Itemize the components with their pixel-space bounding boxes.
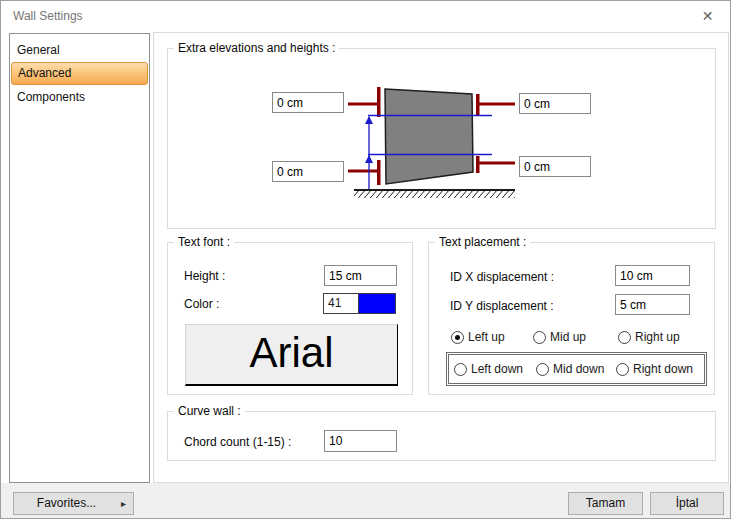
group-curve-wall: Curve wall : Chord count (1-15) : xyxy=(167,411,716,461)
chord-count-label: Chord count (1-15) : xyxy=(184,435,291,449)
radio-left-up-circle[interactable] xyxy=(451,331,464,344)
radio-mid-down-label: Mid down xyxy=(553,362,604,376)
color-label: Color : xyxy=(184,297,219,311)
wall-shape xyxy=(385,89,473,184)
category-list: General Advanced Components xyxy=(9,33,150,483)
favorites-label: Favorites... xyxy=(37,496,96,510)
radio-left-down-circle[interactable] xyxy=(454,363,467,376)
radio-left-down-label: Left down xyxy=(471,362,523,376)
elevation-bottom-left-input[interactable] xyxy=(272,161,344,182)
color-picker[interactable]: 41 xyxy=(323,293,396,314)
radio-right-up-circle[interactable] xyxy=(618,331,631,344)
group-text-placement-title: Text placement : xyxy=(435,235,530,249)
id-x-input[interactable] xyxy=(615,265,690,286)
favorites-arrow-icon: ▸ xyxy=(121,493,126,514)
id-y-input[interactable] xyxy=(615,294,690,315)
font-height-input[interactable] xyxy=(324,265,397,286)
group-text-placement: Text placement : ID X displacement : ID … xyxy=(428,242,715,395)
favorites-button[interactable]: Favorites... ▸ xyxy=(13,492,134,515)
radio-mid-up-label: Mid up xyxy=(550,330,586,344)
radio-right-down-circle[interactable] xyxy=(616,363,629,376)
group-text-font: Text font : Height : Color : 41 Arial xyxy=(167,242,413,395)
radio-right-up[interactable]: Right up xyxy=(618,330,680,344)
window-title: Wall Settings xyxy=(13,9,83,23)
ground-hatch xyxy=(354,191,515,198)
radio-mid-up-circle[interactable] xyxy=(533,331,546,344)
radio-right-down[interactable]: Right down xyxy=(616,362,693,376)
title-bar: Wall Settings ✕ xyxy=(1,1,730,32)
radio-mid-up[interactable]: Mid up xyxy=(533,330,586,344)
radio-right-up-label: Right up xyxy=(635,330,680,344)
sidebar-item-advanced[interactable]: Advanced xyxy=(11,62,148,85)
radio-mid-down-circle[interactable] xyxy=(536,363,549,376)
group-extra-elevations: Extra elevations and heights : xyxy=(167,48,716,229)
radio-left-up-label: Left up xyxy=(468,330,505,344)
footer-bar: Favorites... ▸ Tamam İptal xyxy=(1,483,730,519)
radio-down-frame: Left down Mid down Right down xyxy=(446,352,707,386)
elevation-top-right-input[interactable] xyxy=(519,93,591,114)
radio-mid-down[interactable]: Mid down xyxy=(536,362,604,376)
wall-diagram xyxy=(168,49,715,228)
radio-left-up[interactable]: Left up xyxy=(451,330,505,344)
id-x-label: ID X displacement : xyxy=(450,270,554,284)
height-label: Height : xyxy=(184,269,225,283)
ground-line xyxy=(354,189,515,191)
close-icon[interactable]: ✕ xyxy=(685,1,730,31)
elevation-bottom-right-input[interactable] xyxy=(519,156,591,177)
group-text-font-title: Text font : xyxy=(174,235,234,249)
sidebar-item-components[interactable]: Components xyxy=(11,85,148,109)
wall-settings-dialog: Wall Settings ✕ General Advanced Compone… xyxy=(0,0,731,519)
id-y-label: ID Y displacement : xyxy=(450,299,554,313)
radio-right-down-label: Right down xyxy=(633,362,693,376)
group-curve-wall-title: Curve wall : xyxy=(174,404,245,418)
chord-count-input[interactable] xyxy=(324,430,397,452)
font-preview-button[interactable]: Arial xyxy=(185,324,398,386)
color-index-value[interactable]: 41 xyxy=(324,294,359,313)
ok-button[interactable]: Tamam xyxy=(568,492,643,515)
elevation-top-left-input[interactable] xyxy=(272,92,344,113)
sidebar-item-general[interactable]: General xyxy=(11,38,148,62)
cancel-button[interactable]: İptal xyxy=(650,492,724,515)
radio-left-down[interactable]: Left down xyxy=(454,362,523,376)
color-swatch[interactable] xyxy=(359,294,395,313)
